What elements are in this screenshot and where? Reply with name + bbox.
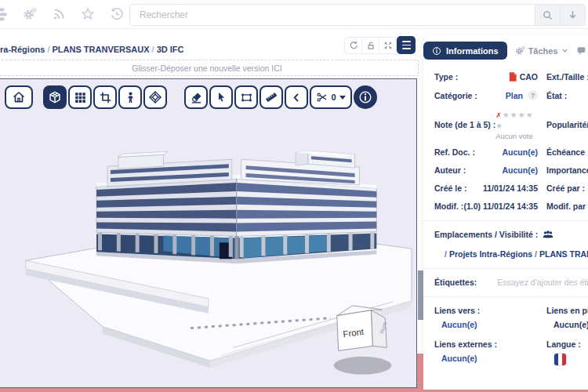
topbar-icon-group (0, 7, 124, 21)
person-icon (124, 91, 137, 104)
settings-cogs-icon[interactable] (23, 7, 37, 21)
cursor-icon (215, 91, 227, 103)
refresh-button[interactable] (345, 38, 362, 53)
rectangle-select-icon (240, 91, 253, 104)
tasks-cogs-icon (515, 45, 525, 56)
breadcrumb-separator: / (47, 45, 49, 54)
search-box (129, 4, 586, 26)
search-input[interactable] (130, 5, 535, 25)
clip-count: 0 (331, 93, 336, 102)
eraser-icon (190, 91, 203, 104)
rating-stars[interactable]: ✗★★★★ ★ Aucun vote (495, 109, 538, 140)
unlock-button[interactable] (362, 38, 379, 53)
download-arrow-button[interactable] (560, 5, 585, 25)
etiquettes-placeholder[interactable]: Essayez d'ajouter des étiquettes depuis (497, 278, 588, 287)
top-bar (0, 0, 588, 29)
cree-le-value: 11/01/24 14:35 (483, 183, 538, 193)
viewer-toolbar: 0 (5, 85, 377, 109)
dropzone-label: Glisser-Déposer une nouvelle version ICI (132, 64, 281, 73)
3d-model-building[interactable]: Front Right (0, 79, 415, 386)
help-icon[interactable]: ? (528, 90, 538, 100)
history-icon[interactable] (110, 7, 124, 21)
info-icon (432, 46, 441, 56)
type-value: CAO (520, 72, 538, 82)
crop-icon (99, 91, 112, 104)
auteur-label: Auteur : (434, 165, 466, 175)
etiquettes-label: Étiquettes: (434, 278, 477, 287)
breadcrumb-separator: / (152, 45, 154, 54)
clear-rating-icon[interactable]: ✗ (495, 111, 502, 119)
tab-informations[interactable]: Informations (423, 42, 507, 60)
echeance-label: Échéance : (546, 147, 588, 157)
viewer-info-button[interactable] (354, 85, 377, 109)
document-type-icon (509, 72, 517, 82)
breadcrumb-item-folder[interactable]: PLANS TRANVERSAUX (53, 45, 150, 54)
grid-icon (74, 91, 87, 104)
auteur-value[interactable]: Aucun(e) (503, 165, 539, 175)
liens-vers-value[interactable]: Aucun(e) (441, 320, 538, 329)
chevron-left-icon (291, 92, 303, 103)
tab-commentaires[interactable]: Commentaires (576, 45, 588, 56)
panel-menu-button[interactable] (397, 36, 416, 54)
location-item-project[interactable]: Projets Intra-Régions (449, 249, 532, 259)
categorie-value[interactable]: Plan (506, 91, 523, 100)
navigation-cube[interactable]: Front Right (334, 306, 391, 375)
liens-vers-label: Liens vers : (434, 306, 538, 315)
categorie-label: Catégorie : (434, 91, 477, 100)
search-submit-button[interactable] (535, 5, 560, 25)
ruler-icon (264, 90, 278, 104)
liens-provenance-value[interactable]: Aucun(e) (554, 320, 588, 329)
french-flag-icon[interactable] (554, 353, 567, 366)
axonometric-icon (148, 90, 162, 104)
popularite-label: Popularité/Vues : (546, 120, 588, 129)
collapse-left-button[interactable] (285, 85, 308, 109)
crop-section-button[interactable] (93, 85, 117, 109)
chevron-down-icon (561, 47, 568, 54)
rectangle-select-button[interactable] (234, 85, 258, 109)
location-item-folder[interactable]: PLANS TRANVERSAUX (539, 249, 588, 259)
cube-3d-icon (48, 90, 62, 104)
version-drop-zone[interactable]: Glisser-Déposer une nouvelle version ICI (0, 60, 419, 76)
first-person-button[interactable] (118, 85, 142, 109)
tree-view-icon[interactable] (0, 7, 8, 21)
etat-label: État : (546, 91, 588, 100)
panel-scrollbar[interactable] (418, 270, 423, 320)
liens-externes-label: Liens externes : (434, 339, 538, 349)
location-breadcrumb: /Projets Intra-Régions /PLANS TRANVERSAU… (442, 249, 588, 259)
measure-ruler-button[interactable] (260, 85, 283, 109)
liens-externes-value[interactable]: Aucun(e) (441, 354, 538, 363)
langue-label: Langue : (546, 339, 588, 349)
panel-tabs: Informations Tâches Commentaires (423, 35, 588, 62)
breadcrumb: ra-Régions/PLANS TRANVERSAUX/3D IFC (0, 45, 184, 54)
3d-viewer[interactable]: 0 (0, 78, 417, 388)
breadcrumb-item-project[interactable]: ra-Régions (0, 45, 45, 54)
home-view-button[interactable] (5, 85, 33, 109)
3d-mode-button[interactable] (43, 85, 67, 109)
vote-count: Aucun vote (495, 132, 538, 140)
document-info-panel: Informations Tâches Commentaires Type : (423, 35, 588, 390)
select-cursor-button[interactable] (209, 85, 233, 109)
breadcrumb-item-current[interactable]: 3D IFC (157, 45, 184, 54)
tab-taches[interactable]: Tâches (515, 45, 568, 56)
scissors-icon (316, 91, 328, 103)
feed-rss-icon[interactable] (52, 7, 66, 21)
eraser-button[interactable] (184, 85, 208, 109)
axonometric-view-button[interactable] (143, 85, 167, 109)
refdoc-value[interactable]: Aucun(e) (503, 147, 539, 157)
note-label: Note (de 1 à 5) : (434, 120, 495, 129)
cree-par-label: Créé par : (546, 183, 588, 193)
ext-taille-label: Ext./Taille : (546, 72, 588, 82)
star-favorite-icon[interactable] (81, 7, 95, 21)
info-icon (358, 89, 373, 105)
fullscreen-expand-button[interactable] (379, 38, 396, 53)
emplacements-label: Emplacements / Visibilité : (434, 230, 538, 239)
visibility-group-icon (543, 230, 554, 238)
chevron-down-icon (339, 96, 346, 100)
viewer-window-controls (344, 37, 397, 54)
clipping-planes-button[interactable]: 0 (310, 85, 352, 109)
comment-icon (576, 45, 586, 56)
modif-par-label: Modif. par : (546, 201, 588, 211)
refdoc-label: Ref. Doc. : (434, 147, 475, 157)
grid-levels-button[interactable] (68, 85, 92, 109)
modif-value: (1.0) 11/01/24 14:35 (463, 201, 538, 211)
